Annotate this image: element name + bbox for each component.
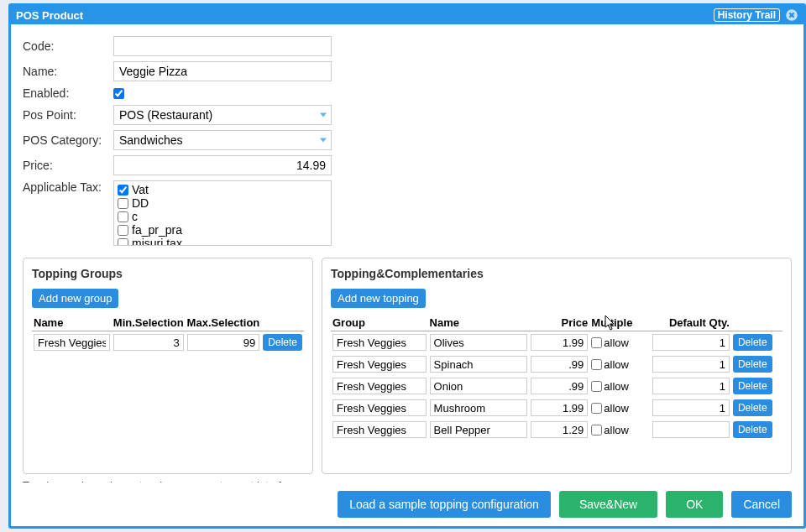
pos-category-select[interactable]: Sandwiches: [113, 130, 332, 150]
allow-label: allow: [604, 424, 629, 436]
topping-price-input[interactable]: [531, 421, 588, 438]
load-sample-button[interactable]: Load a sample topping configuration: [338, 491, 551, 518]
topping-group-cell: Fresh Veggies: [332, 399, 427, 416]
tax-item: Vat: [118, 183, 327, 196]
delete-button[interactable]: Delete: [733, 356, 772, 373]
topping-price-input[interactable]: [531, 334, 588, 351]
pos-product-dialog: POS Product History Trail Code: Name: En…: [8, 3, 806, 529]
code-input[interactable]: [113, 36, 332, 56]
tax-label: c: [132, 210, 138, 223]
delete-button[interactable]: Delete: [733, 378, 772, 394]
topping-name-input[interactable]: [430, 399, 527, 416]
cancel-button[interactable]: Cancel: [731, 491, 792, 518]
tax-label: misuri tax: [132, 237, 182, 246]
col-price: Price: [529, 315, 589, 331]
topping-price-input[interactable]: [531, 399, 588, 416]
dialog-body: Code: Name: Enabled: Pos Point: POS (Res…: [11, 24, 803, 482]
col-dqty: Default Qty.: [651, 315, 731, 331]
add-new-group-button[interactable]: Add new group: [32, 289, 118, 308]
multiple-allow-checkbox[interactable]: [591, 359, 602, 370]
label-enabled: Enabled:: [23, 86, 113, 100]
dialog-footer: Load a sample topping configuration Save…: [11, 482, 803, 526]
default-qty-input[interactable]: [652, 334, 730, 351]
allow-label: allow: [604, 358, 629, 371]
toppings-title: Topping&Complementaries: [331, 267, 782, 280]
col-max: Max.Selection: [186, 315, 262, 331]
chevron-down-icon: [320, 138, 327, 143]
group-name-input[interactable]: [34, 334, 110, 351]
history-trail-button[interactable]: History Trail: [714, 8, 780, 22]
label-pos-point: Pos Point:: [23, 108, 113, 122]
tax-item: fa_pr_pra: [118, 223, 327, 237]
tax-label: Vat: [132, 183, 149, 196]
toppings-panel: Topping&Complementaries Add new topping …: [322, 258, 792, 474]
label-tax: Applicable Tax:: [23, 180, 113, 194]
default-qty-input[interactable]: [652, 356, 730, 373]
col-group: Group: [331, 315, 428, 331]
delete-button[interactable]: Delete: [733, 334, 772, 351]
table-row: Delete: [32, 331, 304, 354]
group-min-input[interactable]: [113, 334, 184, 351]
topping-name-input[interactable]: [430, 421, 527, 438]
topping-groups-title: Topping Groups: [32, 267, 304, 280]
topping-group-cell: Fresh Veggies: [332, 421, 427, 438]
default-qty-input[interactable]: [652, 378, 730, 394]
chevron-down-icon: [320, 113, 327, 117]
multiple-allow-checkbox[interactable]: [591, 425, 602, 436]
dialog-header: POS Product History Trail: [11, 6, 803, 24]
tax-item: c: [118, 210, 327, 223]
tax-checkbox[interactable]: [118, 198, 128, 209]
label-name: Name:: [23, 65, 113, 78]
add-new-topping-button[interactable]: Add new topping: [331, 289, 426, 308]
topping-price-input[interactable]: [531, 378, 588, 394]
topping-name-input[interactable]: [430, 334, 527, 351]
ok-button[interactable]: OK: [666, 491, 723, 518]
enabled-checkbox[interactable]: [113, 88, 124, 99]
label-pos-category: POS Category:: [23, 133, 113, 147]
label-code: Code:: [23, 39, 113, 53]
allow-label: allow: [604, 336, 629, 349]
col-multiple: Multiple: [589, 315, 650, 331]
multiple-allow-checkbox[interactable]: [591, 381, 602, 392]
col-tname: Name: [428, 315, 529, 331]
topping-groups-panel: Topping Groups Add new group Name Min.Se…: [23, 258, 313, 474]
tax-checkbox[interactable]: [118, 238, 128, 247]
table-row: Fresh VeggiesallowDelete: [331, 375, 782, 397]
default-qty-input[interactable]: [652, 399, 730, 416]
table-row: Fresh VeggiesallowDelete: [331, 331, 782, 354]
tax-label: DD: [132, 196, 149, 210]
tax-checkbox[interactable]: [118, 225, 128, 236]
group-max-input[interactable]: [187, 334, 260, 351]
tax-checkbox[interactable]: [118, 211, 128, 222]
pos-point-select[interactable]: POS (Restaurant): [113, 105, 332, 125]
table-row: Fresh VeggiesallowDelete: [331, 397, 782, 419]
topping-price-input[interactable]: [531, 356, 588, 373]
topping-name-input[interactable]: [430, 378, 527, 394]
close-icon[interactable]: [785, 8, 798, 22]
table-row: Fresh VeggiesallowDelete: [331, 419, 782, 441]
name-input[interactable]: [113, 61, 332, 81]
allow-label: allow: [604, 402, 629, 415]
tax-item: DD: [118, 196, 327, 210]
topping-group-cell: Fresh Veggies: [332, 356, 427, 373]
delete-button[interactable]: Delete: [733, 421, 772, 438]
multiple-allow-checkbox[interactable]: [591, 403, 602, 414]
save-new-button[interactable]: Save&New: [559, 491, 657, 518]
col-name: Name: [32, 315, 112, 331]
multiple-allow-checkbox[interactable]: [591, 337, 602, 348]
allow-label: allow: [604, 380, 629, 393]
delete-button[interactable]: Delete: [733, 399, 772, 416]
topping-groups-table: Name Min.Selection Max.Selection Delete: [32, 315, 304, 353]
applicable-tax-list[interactable]: VatDDcfa_pr_pramisuri tax: [113, 180, 332, 246]
topping-group-cell: Fresh Veggies: [332, 334, 427, 351]
price-input[interactable]: [113, 155, 332, 175]
default-qty-input[interactable]: [652, 421, 730, 438]
dialog-title: POS Product: [16, 9, 714, 22]
tax-item: misuri tax: [118, 237, 327, 246]
topping-name-input[interactable]: [430, 356, 527, 373]
tax-label: fa_pr_pra: [132, 223, 182, 237]
tax-checkbox[interactable]: [118, 185, 128, 196]
toppings-table: Group Name Price Multiple Default Qty. F…: [331, 315, 782, 441]
table-row: Fresh VeggiesallowDelete: [331, 353, 782, 375]
delete-button[interactable]: Delete: [263, 334, 302, 351]
